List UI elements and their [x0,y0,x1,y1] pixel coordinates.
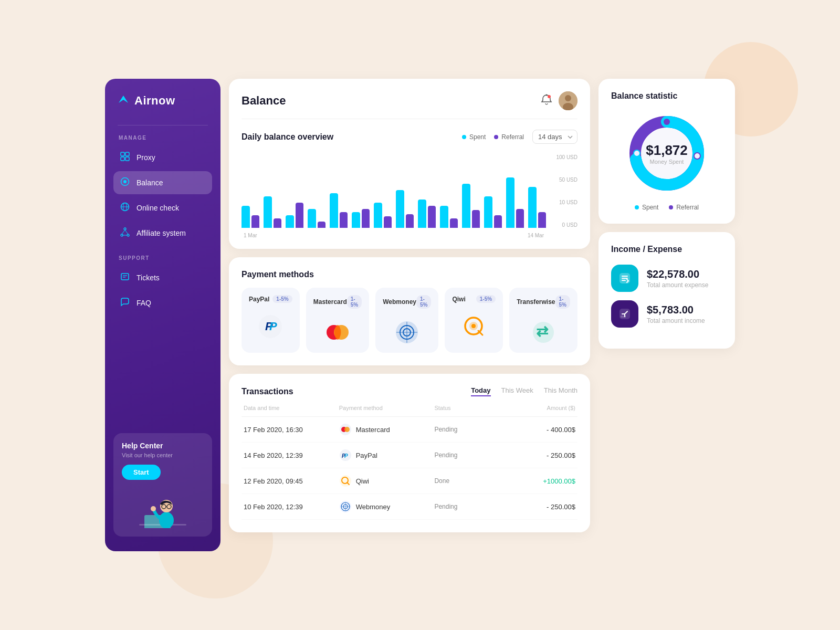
income-info: $5,783.00 Total amount income [647,304,705,324]
tab-today[interactable]: Today [471,386,490,396]
notification-icon[interactable] [541,94,552,108]
transferwise-logo: ⇄ [517,319,570,345]
payment-card-transferwise[interactable]: Transferwise 1-5% ⇄ [509,288,578,353]
chart-title: Daily balance overview [242,132,333,142]
paypal-logo: P P [249,313,292,340]
row3-method: Qiwi [339,475,430,487]
svg-rect-3 [121,157,124,161]
avatar[interactable] [559,91,578,110]
chart-area: 100 USD 50 USD 10 USD 0 USD 1 Mar 14 Mar [242,154,578,238]
logo-text: Airnow [134,94,175,108]
stat-spent-label: Spent [642,204,658,211]
bar-referral [296,203,304,228]
legend-spent-label: Spent [469,133,486,141]
ie-expense-item: $22,578.00 Total amount expense [611,265,722,292]
sidebar-item-affiliate[interactable]: Affiliate system [113,222,212,245]
tab-group: Today This Week This Month [471,386,578,396]
row3-method-icon [339,475,352,487]
bar-spent [440,206,448,228]
payment-methods-title: Payment methods [242,270,578,279]
sidebar-item-online-check[interactable]: Online check [113,196,212,219]
ie-title: Income / Expense [611,245,722,254]
paypal-badge: 1-5% [272,295,292,303]
sidebar-item-tickets[interactable]: Tickets [113,266,212,289]
row4-status: Pending [434,503,502,510]
row4-method-name: Webmoney [356,503,391,511]
tab-this-month[interactable]: This Month [544,386,578,396]
tab-this-week[interactable]: This Week [501,386,533,396]
svg-line-14 [125,230,128,234]
bar-group [352,209,370,228]
affiliate-icon [120,227,130,239]
bar-referral [472,210,480,228]
y-label-50: 50 USD [549,177,578,183]
table-row: 17 Feb 2020, 16:30 Mastercard Pending - … [242,417,578,443]
payment-card-mastercard[interactable]: Mastercard 1-5% [306,288,369,353]
expense-amount: $22,578.00 [647,268,708,280]
sidebar-divider [118,125,208,125]
row2-method-name: PayPal [356,452,377,459]
bar-referral [516,209,524,228]
row1-status: Pending [434,426,502,433]
logo-area: Airnow [113,93,212,108]
mastercard-logo [313,319,362,345]
tickets-icon [120,272,130,284]
svg-point-38 [334,325,341,340]
payment-methods-card: Payment methods PayPal 1-5% P P [229,257,590,365]
row3-method-name: Qiwi [356,477,369,485]
svg-point-52 [344,427,350,432]
bar-group [418,200,436,228]
help-center-title: Help Center [122,442,204,450]
sidebar-item-proxy[interactable]: Proxy [113,146,212,169]
help-center-card: Help Center Visit our help center Start [113,433,212,537]
svg-point-6 [123,180,127,183]
legend-referral-label: Referral [501,133,524,141]
sidebar-item-balance[interactable]: Balance [113,171,212,194]
bar-referral [494,215,502,228]
svg-point-67 [664,119,670,125]
svg-text:P: P [269,320,277,333]
donut-container: $1,872 Money Spent [611,111,722,195]
bar-group [374,203,392,228]
header-actions [541,91,578,110]
transferwise-name: Transferwise [517,298,555,306]
bar-spent [528,187,537,228]
legend-referral: Referral [494,133,524,141]
bar-referral [406,214,414,228]
sidebar-item-faq[interactable]: FAQ [113,291,212,314]
transferwise-header: Transferwise 1-5% [517,295,570,309]
bar-group [264,196,281,228]
row2-status: Pending [434,452,502,459]
stat-dot-referral [669,205,673,209]
payment-card-paypal[interactable]: PayPal 1-5% P P [242,288,300,353]
bar-referral [538,212,547,228]
bar-group [528,187,546,228]
row1-date: 17 Feb 2020, 16:30 [244,426,335,434]
legend-dot-referral [494,135,498,139]
payment-card-webmoney[interactable]: Webmoney 1-5% [375,288,438,353]
date-range-select[interactable]: 14 days 7 days 30 days [532,130,578,144]
donut-center: $1,872 Money Spent [646,142,688,165]
svg-text:P: P [344,453,348,459]
logo-icon [118,93,129,108]
paypal-header: PayPal 1-5% [249,295,292,303]
legend-spent: Spent [462,133,486,141]
svg-text:⇄: ⇄ [536,323,549,340]
svg-rect-16 [121,274,129,280]
svg-rect-2 [125,152,129,156]
proxy-icon [120,152,130,163]
bar-spent [264,196,272,228]
payment-grid: PayPal 1-5% P P Mastercard [242,288,578,353]
help-center-button[interactable]: Start [122,465,161,480]
bar-group [396,190,414,228]
page-title: Balance [242,94,286,108]
row1-method: Mastercard [339,423,430,436]
table-header: Data and time Payment method Status Amou… [242,405,578,417]
expense-icon [611,265,638,292]
x-label-end: 14 Mar [528,233,544,238]
bar-group [330,193,348,228]
manage-label: MANAGE [113,135,212,141]
payment-card-qiwi[interactable]: Qiwi 1-5% [445,288,503,353]
bar-group [462,184,480,228]
income-icon [611,300,638,328]
